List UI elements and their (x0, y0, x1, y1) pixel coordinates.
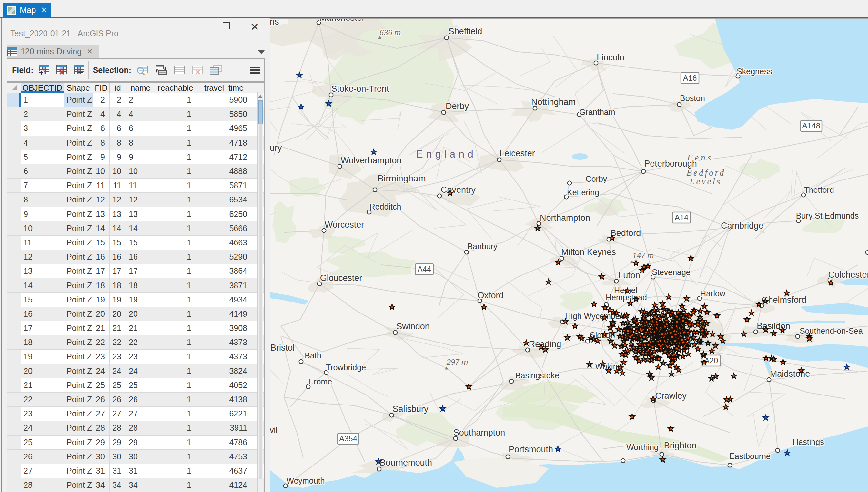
svg-text:Worthing: Worthing (626, 443, 659, 452)
svg-text:Hastings: Hastings (792, 438, 824, 446)
svg-text:Peterborough: Peterborough (644, 159, 697, 169)
svg-text:Trowbridge: Trowbridge (326, 363, 366, 372)
svg-text:High Wycombe: High Wycombe (565, 312, 619, 321)
svg-text:Bury St Edmunds: Bury St Edmunds (796, 211, 859, 220)
svg-text:297 m: 297 m (446, 358, 468, 366)
svg-text:Worcester: Worcester (325, 220, 364, 229)
svg-text:Nottingham: Nottingham (531, 97, 576, 107)
svg-text:Lincoln: Lincoln (597, 53, 624, 62)
svg-text:Grantham: Grantham (579, 107, 615, 117)
svg-text:Portsmouth: Portsmouth (509, 445, 553, 454)
svg-text:Bath: Bath (305, 351, 321, 360)
svg-text:Brighton: Brighton (664, 441, 697, 450)
svg-text:Eastbourne: Eastbourne (729, 452, 770, 461)
svg-text:636 m: 636 m (380, 28, 401, 37)
svg-text:Northampton: Northampton (540, 213, 590, 223)
svg-text:A354: A354 (339, 434, 357, 443)
svg-text:A44: A44 (417, 265, 431, 273)
svg-text:Bedford: Bedford (611, 228, 641, 238)
svg-text:147 m: 147 m (633, 251, 654, 260)
svg-text:Bedford: Bedford (687, 168, 726, 177)
svg-text:Stoke-on-Trent: Stoke-on-Trent (331, 84, 389, 94)
svg-text:Crawley: Crawley (655, 391, 687, 401)
svg-text:Bristol: Bristol (271, 343, 295, 352)
svg-text:Derby: Derby (445, 101, 469, 111)
svg-text:Redditch: Redditch (369, 202, 402, 211)
svg-text:Banbury: Banbury (467, 242, 497, 251)
svg-text:Kettering: Kettering (567, 188, 599, 197)
svg-text:ns: ns (270, 18, 279, 26)
svg-text:Basingstoke: Basingstoke (515, 371, 559, 380)
svg-text:Corby: Corby (586, 174, 607, 183)
svg-text:Swindon: Swindon (396, 322, 430, 331)
svg-text:A16: A16 (683, 74, 697, 82)
svg-text:Birmingham: Birmingham (378, 173, 426, 183)
svg-text:Maidstone: Maidstone (770, 369, 810, 379)
svg-text:Southampton: Southampton (453, 428, 505, 438)
svg-text:Harlow: Harlow (700, 289, 726, 298)
svg-text:Cambridge: Cambridge (721, 221, 763, 230)
svg-text:England: England (416, 148, 476, 160)
svg-text:A14: A14 (675, 213, 689, 222)
svg-text:Stevenage: Stevenage (652, 268, 691, 277)
svg-text:Leicester: Leicester (500, 148, 535, 158)
svg-text:Luton: Luton (618, 271, 640, 280)
svg-text:A20: A20 (705, 356, 718, 365)
svg-text:Thetford: Thetford (804, 185, 834, 194)
svg-text:Oxford: Oxford (477, 291, 503, 300)
svg-text:Wolverhampton: Wolverhampton (341, 155, 402, 165)
svg-text:Bournemouth: Bournemouth (380, 458, 432, 467)
svg-text:Milton Keynes: Milton Keynes (561, 247, 616, 257)
svg-text:Gloucester: Gloucester (320, 273, 362, 283)
svg-text:Skegness: Skegness (737, 67, 772, 76)
svg-text:A148: A148 (802, 121, 820, 130)
svg-text:vil: vil (270, 425, 278, 435)
svg-text:Colchester: Colchester (828, 270, 868, 279)
svg-text:Weymouth: Weymouth (286, 476, 325, 485)
svg-text:Chelmsford: Chelmsford (762, 295, 807, 305)
svg-text:Coventry: Coventry (441, 185, 476, 195)
svg-text:Levels: Levels (690, 177, 722, 186)
svg-text:Sheffield: Sheffield (449, 26, 482, 36)
svg-text:ury: ury (270, 143, 282, 153)
svg-text:Boston: Boston (680, 94, 705, 103)
svg-text:Salisbury: Salisbury (392, 404, 429, 414)
svg-text:Frome: Frome (309, 377, 332, 386)
svg-text:Hempstead: Hempstead (606, 293, 647, 302)
